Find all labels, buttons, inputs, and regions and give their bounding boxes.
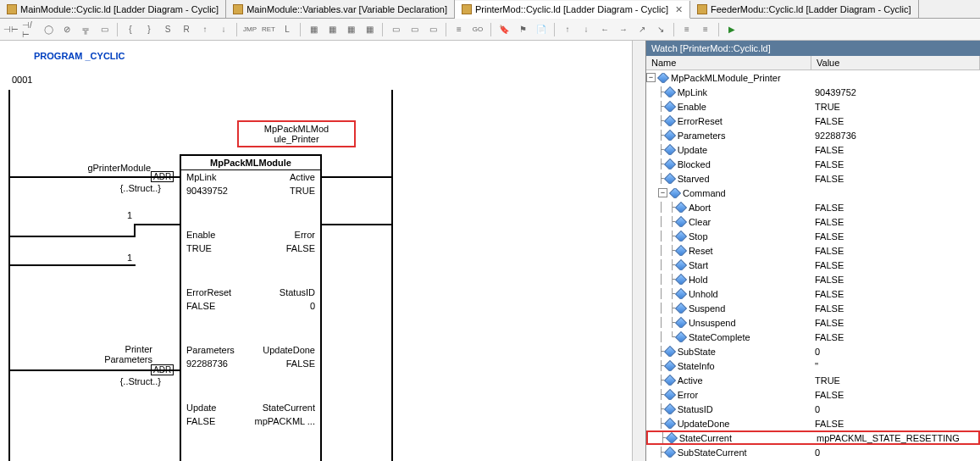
tool-grid2[interactable]: ▦	[324, 22, 340, 37]
watch-row[interactable]: │ ├ResetFALSE	[646, 243, 980, 258]
watch-var-name: Reset	[689, 246, 713, 256]
watch-row[interactable]: −Command	[646, 186, 980, 200]
collapse-icon[interactable]: −	[646, 73, 656, 82]
watch-row[interactable]: ├UpdateDoneFALSE	[646, 416, 980, 430]
tool-reset[interactable]: R	[179, 22, 194, 37]
watch-row[interactable]: │ ├UnholdFALSE	[646, 286, 980, 301]
close-icon[interactable]: ✕	[675, 4, 683, 15]
tool-bookmark[interactable]: 🔖	[496, 22, 512, 37]
tool-arrow1[interactable]: ↗	[634, 22, 650, 37]
editor-tab[interactable]: MainModule::Variables.var [Variable Decl…	[226, 0, 455, 18]
watch-row[interactable]: ├ErrorResetFALSE	[646, 114, 980, 128]
tool-ret[interactable]: RET	[261, 22, 276, 37]
tool-layout1[interactable]: ▭	[388, 22, 403, 37]
watch-var-value: FALSE	[811, 390, 980, 400]
watch-row[interactable]: ├SubStateCurrent0	[646, 445, 980, 459]
tool-nav-left[interactable]: ←	[597, 22, 612, 37]
tool-monitor[interactable]: ▶	[724, 22, 739, 37]
watch-row[interactable]: │ ├ClearFALSE	[646, 214, 980, 229]
variable-icon	[664, 375, 676, 386]
struct-label: {..Struct..}	[110, 183, 161, 193]
watch-row[interactable]: │ └StateCompleteFALSE	[646, 330, 980, 344]
watch-var-value: FALSE	[811, 332, 980, 342]
tool-jmp[interactable]: JMP	[242, 22, 257, 37]
tool-flag[interactable]: ⚑	[515, 22, 530, 37]
watch-row[interactable]: ├StateInfo''	[646, 358, 980, 373]
editor-tab[interactable]: FeederModu::Cyclic.ld [Ladder Diagram - …	[690, 0, 919, 18]
tool-edge-p[interactable]: ↑	[197, 22, 213, 37]
ladder-diagram-editor[interactable]: PROGRAM _CYCLIC 0001 MpPackMLMod ule_Pri…	[0, 41, 632, 461]
vertical-scrollbar[interactable]	[632, 41, 645, 461]
tool-list[interactable]: ≡	[451, 22, 467, 37]
watch-row[interactable]: ├UpdateFALSE	[646, 142, 980, 157]
tool-paren-close[interactable]: }	[141, 22, 157, 37]
tool-grid3[interactable]: ▦	[343, 22, 358, 37]
watch-row[interactable]: ├SubState0	[646, 344, 980, 358]
tool-align1[interactable]: ≡	[679, 22, 695, 37]
tool-align2[interactable]: ≡	[698, 22, 713, 37]
left-power-rail	[8, 90, 10, 461]
watch-var-value: 92288736	[811, 131, 980, 141]
adr-box: ADR	[151, 364, 174, 375]
watch-row[interactable]: −MpPackMLModule_Printer	[646, 70, 980, 85]
watch-row[interactable]: ├Parameters92288736	[646, 128, 980, 142]
tool-layout2[interactable]: ▭	[407, 22, 422, 37]
tool-contact-no[interactable]: ⊣⊢	[3, 22, 19, 37]
tool-doc[interactable]: 📄	[534, 22, 549, 37]
editor-tab[interactable]: PrinterMod::Cyclic.ld [Ladder Diagram - …	[455, 1, 690, 19]
variable-icon	[675, 245, 687, 256]
watch-row[interactable]: │ ├AbortFALSE	[646, 200, 980, 214]
file-icon	[697, 4, 707, 14]
tool-branch[interactable]: ╦	[78, 22, 93, 37]
watch-var-value: FALSE	[811, 260, 980, 270]
file-icon	[7, 4, 17, 14]
tool-grid1[interactable]: ▦	[306, 22, 321, 37]
tool-nav-up[interactable]: ↑	[560, 22, 575, 37]
tool-nav-down[interactable]: ↓	[579, 22, 594, 37]
watch-row[interactable]: ├StarvedFALSE	[646, 171, 980, 186]
variable-icon	[675, 288, 687, 299]
watch-row[interactable]: │ ├SuspendFALSE	[646, 301, 980, 315]
tool-nav-right[interactable]: →	[616, 22, 631, 37]
collapse-icon[interactable]: −	[658, 188, 667, 197]
editor-tab[interactable]: MainModule::Cyclic.ld [Ladder Diagram - …	[0, 0, 226, 18]
watch-col-name[interactable]: Name	[646, 56, 811, 69]
fb-pin-value: FALSE	[286, 243, 315, 253]
literal-one: 1	[127, 210, 132, 220]
watch-row[interactable]: │ ├HoldFALSE	[646, 272, 980, 286]
watch-row[interactable]: ├EnableTRUE	[646, 99, 980, 114]
tool-coil[interactable]: ◯	[41, 22, 56, 37]
tool-paren-open[interactable]: {	[123, 22, 138, 37]
watch-row[interactable]: ├StatusID0	[646, 402, 980, 416]
variable-icon	[675, 274, 687, 285]
tool-lbl[interactable]: L	[280, 22, 295, 37]
watch-row[interactable]: ├StateCurrentmpPACKML_STATE_RESETTING	[646, 430, 980, 445]
watch-col-value[interactable]: Value	[811, 56, 980, 69]
watch-row[interactable]: ├ActiveTRUE	[646, 373, 980, 387]
tool-block[interactable]: ▭	[97, 22, 112, 37]
tool-layout3[interactable]: ▭	[425, 22, 440, 37]
tool-edge-n[interactable]: ↓	[216, 22, 231, 37]
watch-row[interactable]: ├BlockedFALSE	[646, 157, 980, 171]
tool-arrow2[interactable]: ↘	[653, 22, 668, 37]
watch-row[interactable]: ├ErrorFALSE	[646, 387, 980, 402]
watch-var-value: 0	[811, 404, 980, 414]
function-block[interactable]: MpPackMLModule MpLinkActive90439752TRUEE…	[180, 154, 322, 461]
tool-coil-neg[interactable]: ⊘	[59, 22, 75, 37]
fb-pin-value: 0	[310, 301, 315, 311]
watch-var-name: Start	[689, 260, 708, 270]
watch-row[interactable]: ├MpLink90439752	[646, 85, 980, 99]
watch-row[interactable]: │ ├StopFALSE	[646, 229, 980, 243]
watch-var-name: SubStateCurrent	[678, 447, 747, 458]
fb-pin-name: StateCurrent	[263, 403, 315, 413]
tool-goto[interactable]: GO	[470, 22, 485, 37]
variable-icon	[675, 331, 687, 342]
tool-grid4[interactable]: ▦	[362, 22, 377, 37]
tool-contact-nc[interactable]: ⊣/⊢	[22, 22, 37, 37]
tool-set[interactable]: S	[160, 22, 175, 37]
watch-tree[interactable]: −MpPackMLModule_Printer├MpLink90439752├E…	[646, 70, 980, 461]
watch-var-value: FALSE	[811, 145, 980, 155]
watch-row[interactable]: │ ├StartFALSE	[646, 258, 980, 272]
wire	[322, 176, 391, 178]
watch-row[interactable]: │ ├UnsuspendFALSE	[646, 315, 980, 330]
